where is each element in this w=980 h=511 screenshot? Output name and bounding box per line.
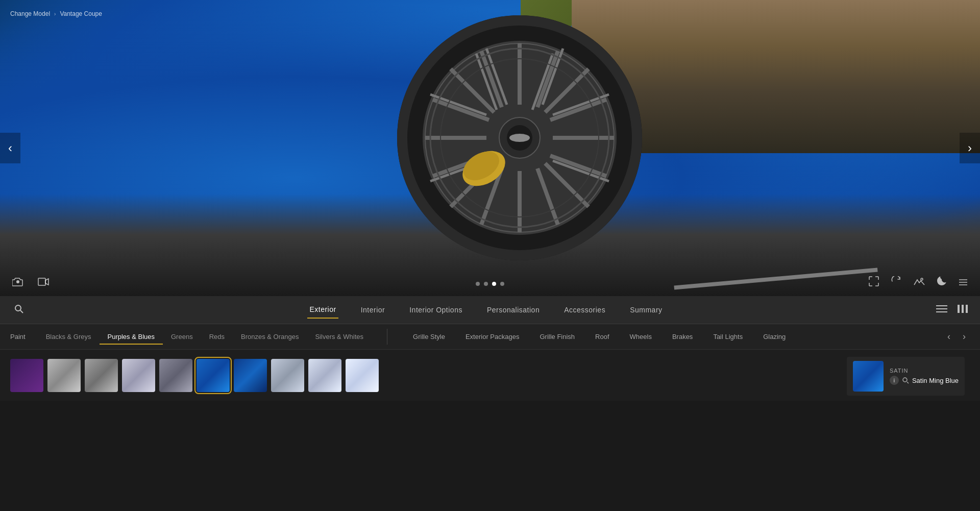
breadcrumb-separator: ›	[54, 11, 56, 17]
svg-rect-43	[962, 305, 964, 313]
swatch-midnight-blue[interactable]	[234, 359, 267, 392]
tab-personalisation[interactable]: Personalisation	[485, 301, 542, 319]
tab-summary[interactable]: Summary	[628, 301, 664, 319]
option-grille-style[interactable]: Grille Style	[403, 329, 455, 345]
svg-point-32	[509, 134, 530, 142]
tab-accessories[interactable]: Accessories	[562, 301, 607, 319]
swatch-slate-grey[interactable]	[85, 359, 118, 392]
swatches-area: Satin i Satin Ming Blue	[0, 350, 980, 401]
selected-finish-label: Satin	[890, 368, 959, 374]
dot-4[interactable]	[500, 282, 504, 286]
swatch-satin-ming-blue[interactable]	[197, 359, 230, 392]
options-bar: Paint Blacks & Greys Purples & Blues Gre…	[0, 324, 980, 350]
options-prev-arrow[interactable]: ‹	[943, 329, 954, 344]
option-glazing[interactable]: Glazing	[753, 329, 796, 345]
option-tail-lights[interactable]: Tail Lights	[703, 329, 753, 345]
nav-tabs: Exterior Interior Interior Options Perso…	[38, 301, 934, 319]
next-image-button[interactable]: ›	[960, 133, 980, 163]
swatch-ice-blue[interactable]	[271, 359, 304, 392]
image-dots	[476, 282, 504, 286]
option-grille-finish[interactable]: Grille Finish	[529, 329, 585, 345]
color-group-bronzes-oranges[interactable]: Bronzes & Oranges	[233, 329, 307, 345]
change-model-link[interactable]: Change Model	[10, 10, 50, 17]
option-brakes[interactable]: Brakes	[662, 329, 703, 345]
search-button[interactable]	[10, 302, 28, 318]
svg-rect-44	[966, 305, 968, 313]
svg-line-38	[20, 310, 23, 313]
swatch-arctic-blue[interactable]	[346, 359, 379, 392]
options-next-arrow[interactable]: ›	[959, 329, 970, 344]
option-roof[interactable]: Roof	[585, 329, 619, 345]
search-color-icon[interactable]	[902, 377, 909, 384]
nav-right-controls	[934, 303, 970, 317]
svg-rect-42	[958, 305, 960, 313]
swatch-cosmic-purple[interactable]	[10, 359, 43, 392]
selected-color-preview: Satin i Satin Ming Blue	[847, 357, 965, 396]
svg-point-36	[921, 278, 923, 280]
svg-line-46	[907, 382, 909, 383]
dot-3[interactable]	[492, 282, 496, 286]
hero-image: Change Model › Vantage Coupe ‹ ›	[0, 0, 980, 296]
options-nav-arrows: ‹ ›	[943, 329, 970, 344]
svg-point-37	[15, 305, 21, 311]
video-button[interactable]	[36, 276, 51, 290]
tab-interior-options[interactable]: Interior Options	[407, 301, 464, 319]
option-exterior-packages[interactable]: Exterior Packages	[455, 329, 530, 345]
night-mode-button[interactable]	[935, 274, 948, 291]
breadcrumb: Change Model › Vantage Coupe	[10, 10, 102, 17]
paint-label: Paint	[10, 333, 26, 340]
current-model: Vantage Coupe	[60, 10, 102, 17]
color-group-purples-blues[interactable]: Purples & Blues	[100, 329, 163, 345]
tab-interior[interactable]: Interior	[359, 301, 387, 319]
rotate-button[interactable]	[889, 274, 903, 291]
swatch-storm-grey[interactable]	[47, 359, 81, 392]
panels-button[interactable]	[955, 303, 970, 317]
color-group-blacks-greys[interactable]: Blacks & Greys	[38, 329, 100, 345]
landscape-button[interactable]	[912, 275, 927, 290]
menu-button[interactable]	[934, 303, 949, 317]
toolbar-left	[10, 275, 51, 291]
wheel-container	[392, 10, 688, 296]
collapse-button[interactable]	[957, 275, 970, 290]
swatch-lightning-silver[interactable]	[122, 359, 155, 392]
option-wheels[interactable]: Wheels	[620, 329, 662, 345]
camera-button[interactable]	[10, 275, 26, 291]
selected-color-name: i Satin Ming Blue	[890, 376, 959, 385]
toolbar-right	[867, 274, 970, 291]
color-groups: Blacks & Greys Purples & Blues Greens Re…	[38, 329, 387, 345]
dot-2[interactable]	[484, 282, 488, 286]
info-icon-button[interactable]: i	[890, 376, 899, 385]
nav-bar: Exterior Interior Interior Options Perso…	[0, 296, 980, 324]
color-group-reds[interactable]: Reds	[201, 329, 233, 345]
tab-exterior[interactable]: Exterior	[307, 301, 338, 319]
swatch-gunmetal[interactable]	[159, 359, 192, 392]
prev-image-button[interactable]: ‹	[0, 133, 20, 163]
color-name-text: Satin Ming Blue	[912, 377, 959, 384]
swatch-pale-blue[interactable]	[308, 359, 341, 392]
selected-color-swatch	[853, 361, 884, 392]
color-group-greens[interactable]: Greens	[163, 329, 201, 345]
dot-1[interactable]	[476, 282, 480, 286]
color-group-silvers-whites[interactable]: Silvers & Whites	[307, 329, 372, 345]
selected-color-info: Satin i Satin Ming Blue	[890, 368, 959, 385]
svg-rect-35	[38, 278, 45, 285]
fullscreen-button[interactable]	[867, 274, 881, 291]
svg-point-45	[903, 378, 907, 382]
option-tabs: Grille Style Exterior Packages Grille Fi…	[403, 329, 943, 345]
